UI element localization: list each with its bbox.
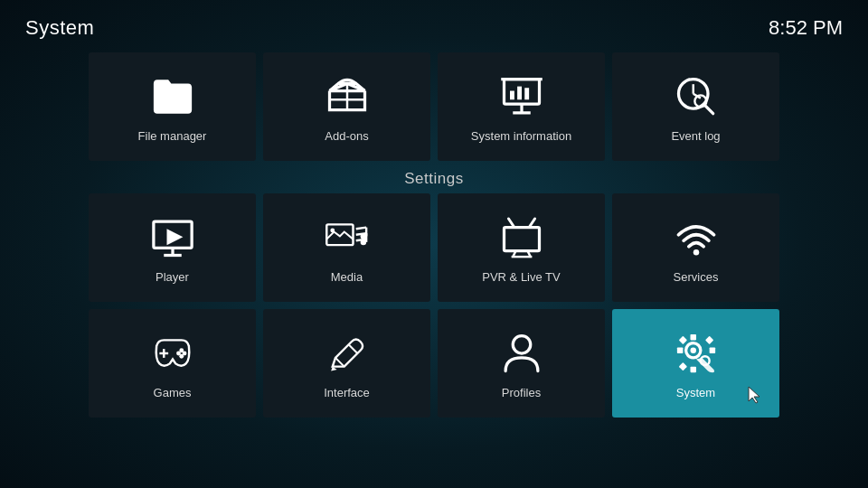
svg-rect-28 <box>504 227 539 250</box>
tile-services[interactable]: Services <box>612 193 779 302</box>
page-title: System <box>25 16 94 40</box>
box-icon <box>322 71 373 122</box>
svg-rect-50 <box>678 335 686 343</box>
person-icon <box>496 328 547 379</box>
folder-icon <box>147 71 198 122</box>
tile-profiles[interactable]: Profiles <box>438 309 605 418</box>
svg-point-39 <box>176 351 181 355</box>
clock-search-icon <box>671 71 722 122</box>
tile-interface-label: Interface <box>324 386 370 399</box>
tile-profiles-label: Profiles <box>502 386 541 399</box>
header: System 8:52 PM <box>0 0 868 47</box>
tile-pvr-live-tv-label: PVR & Live TV <box>482 270 560 284</box>
svg-line-21 <box>355 227 365 229</box>
presentation-icon <box>496 71 547 122</box>
svg-point-43 <box>513 335 531 353</box>
pen-icon <box>322 328 373 379</box>
svg-point-34 <box>693 249 699 256</box>
svg-marker-54 <box>749 387 760 403</box>
tile-system-information-label: System information <box>471 129 571 143</box>
tile-add-ons[interactable]: Add-ons <box>263 52 430 161</box>
tile-player-label: Player <box>156 270 189 284</box>
svg-rect-47 <box>690 366 696 372</box>
svg-point-40 <box>182 351 186 355</box>
tile-system[interactable]: System <box>612 309 779 418</box>
svg-point-45 <box>690 347 696 353</box>
svg-point-27 <box>360 239 366 245</box>
tile-player[interactable]: Player <box>89 193 256 302</box>
tile-file-manager-label: File manager <box>138 129 207 143</box>
settings-label: Settings <box>0 170 868 188</box>
tile-add-ons-label: Add-ons <box>325 129 368 143</box>
tile-pvr-live-tv[interactable]: PVR & Live TV <box>438 193 605 302</box>
tv-icon <box>496 212 547 263</box>
svg-rect-51 <box>705 335 713 343</box>
svg-rect-49 <box>709 347 715 353</box>
top-tiles-row: File manager Add-ons <box>0 47 868 161</box>
gamepad-icon <box>147 328 198 379</box>
svg-rect-46 <box>690 333 696 340</box>
svg-rect-52 <box>678 362 686 371</box>
svg-line-42 <box>348 344 357 353</box>
svg-line-13 <box>703 104 712 113</box>
svg-rect-6 <box>524 88 529 99</box>
gear-icon <box>671 328 722 379</box>
tile-interface[interactable]: Interface <box>263 309 430 418</box>
svg-rect-48 <box>676 347 683 353</box>
tile-games-label: Games <box>154 386 192 399</box>
svg-marker-16 <box>166 229 183 245</box>
media-icon <box>322 212 373 263</box>
tile-event-log-label: Event log <box>671 129 720 143</box>
tile-media[interactable]: Media <box>263 193 430 302</box>
wifi-icon <box>671 212 722 263</box>
clock: 8:52 PM <box>769 16 843 40</box>
svg-rect-5 <box>517 86 522 99</box>
tile-services-label: Services <box>674 270 719 284</box>
svg-point-20 <box>330 228 335 232</box>
tile-system-label: System <box>676 386 715 399</box>
tile-event-log[interactable]: Event log <box>612 52 779 161</box>
tile-media-label: Media <box>331 270 363 284</box>
tile-system-information[interactable]: System information <box>438 52 605 161</box>
play-icon <box>147 212 198 263</box>
tile-file-manager[interactable]: File manager <box>89 52 256 161</box>
settings-row-1: Player Media <box>0 193 868 302</box>
svg-rect-4 <box>510 90 514 99</box>
svg-line-41 <box>335 357 344 366</box>
tile-games[interactable]: Games <box>89 309 256 418</box>
settings-row-2: Games Interface Profiles <box>0 309 868 418</box>
